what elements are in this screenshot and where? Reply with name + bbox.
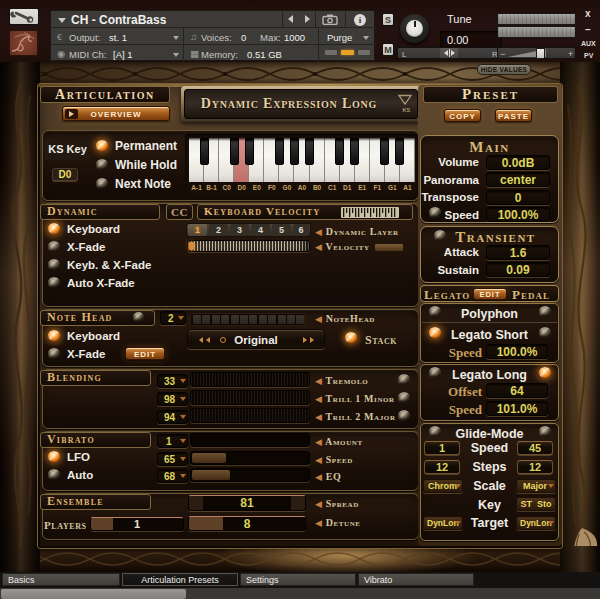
- svg-text:KS: KS: [403, 107, 411, 113]
